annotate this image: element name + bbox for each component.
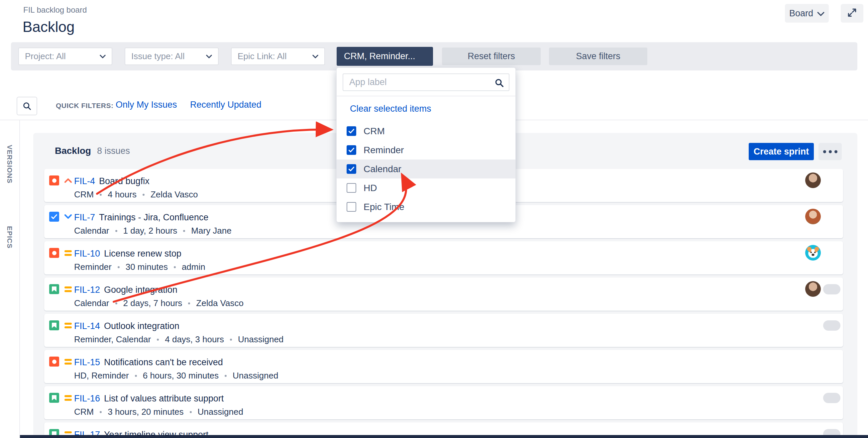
rail-tab-versions[interactable]: VERSIONS — [6, 145, 13, 184]
issue-key-link[interactable]: FIL-7 — [74, 212, 95, 222]
priority-medium-icon — [63, 356, 73, 367]
project-filter-value: Project: All — [25, 51, 66, 61]
clear-selected-items-link[interactable]: Clear selected items — [350, 104, 431, 114]
issue-card-fil-12[interactable]: FIL-12Google integration Calendar 2 days… — [44, 278, 843, 311]
checkbox-unchecked[interactable] — [347, 183, 356, 193]
option-label: Reminder — [364, 145, 404, 156]
priority-medium-icon — [63, 284, 73, 294]
issue-title: List of values attribute support — [104, 394, 224, 403]
assignee-avatar[interactable] — [805, 209, 821, 224]
issue-labels: Calendar — [74, 298, 109, 308]
left-rail: VERSIONS EPICS — [0, 120, 20, 438]
issue-assignee: Zelda Vasco — [196, 298, 244, 308]
app-label-search-input[interactable] — [343, 74, 509, 90]
issue-meta: Reminder, Calendar 4 days, 3 hours Unass… — [74, 334, 283, 345]
issue-title: Trainings - Jira, Confluence — [99, 212, 208, 222]
option-label: Epic Time — [364, 202, 404, 212]
issue-estimate: 4 hours — [108, 189, 136, 200]
filter-bar: Project: All Issue type: All Epic Link: … — [11, 42, 857, 70]
reset-filters-button[interactable]: Reset filters — [442, 48, 541, 65]
story-type-icon — [49, 320, 59, 330]
issue-title: Notifications can't be received — [104, 357, 223, 367]
issue-type-filter-select[interactable]: Issue type: All — [125, 48, 219, 65]
bug-type-icon — [49, 356, 59, 367]
ellipsis-icon — [829, 150, 832, 153]
backlog-issue-count: 8 issues — [97, 146, 130, 156]
issue-card-fil-15[interactable]: FIL-15Notifications can't be received HD… — [44, 350, 843, 383]
issue-key-link[interactable]: FIL-14 — [74, 321, 100, 331]
issue-card-fil-14[interactable]: FIL-14Outlook integration Reminder, Cale… — [44, 314, 843, 347]
issue-estimate: 6 hours, 30 minutes — [143, 371, 219, 381]
more-actions-button[interactable] — [818, 143, 842, 160]
issue-meta: Calendar 1 day, 2 hours Mary Jane — [74, 226, 231, 236]
option-crm[interactable]: CRM — [337, 122, 516, 140]
issue-meta: Calendar 2 days, 7 hours Zelda Vasco — [74, 298, 244, 308]
chevron-down-icon — [312, 55, 318, 59]
issue-labels: Calendar — [74, 226, 109, 236]
option-label: Calendar — [364, 164, 401, 175]
priority-medium-icon — [63, 393, 73, 403]
project-filter-select[interactable]: Project: All — [18, 48, 112, 65]
bug-type-icon — [49, 176, 59, 185]
quick-filter-recently-updated[interactable]: Recently Updated — [190, 100, 261, 110]
priority-high-icon — [63, 176, 73, 185]
rail-tab-epics[interactable]: EPICS — [6, 226, 13, 249]
issue-key-link[interactable]: FIL-15 — [74, 357, 100, 367]
board-view-switcher-button[interactable]: Board — [785, 4, 829, 23]
app-label-options: CRM Reminder Calendar HD Epic Time — [337, 122, 516, 216]
issue-estimate: 4 days, 3 hours — [165, 334, 224, 345]
issue-estimate: 3 hours, 20 minutes — [108, 407, 183, 417]
issue-key-link[interactable]: FIL-12 — [74, 285, 100, 295]
estimate-lozenge — [823, 320, 840, 331]
issue-estimate: 1 day, 2 hours — [123, 226, 178, 236]
save-filters-button[interactable]: Save filters — [549, 48, 647, 65]
app-label-search[interactable] — [343, 73, 509, 91]
option-calendar[interactable]: Calendar — [337, 159, 516, 179]
assignee-avatar[interactable] — [805, 281, 821, 297]
quick-filter-only-my-issues[interactable]: Only My Issues — [116, 100, 177, 110]
issue-meta: CRM 4 hours Zelda Vasco — [74, 189, 198, 200]
issue-meta: Reminder 30 minutes admin — [74, 262, 205, 272]
backlog-board-page: FIL backlog board Backlog Board Project:… — [0, 0, 868, 438]
issue-card-fil-10[interactable]: FIL-10License renew stop Reminder 30 min… — [44, 241, 843, 275]
issue-key-link[interactable]: FIL-10 — [74, 249, 100, 258]
priority-low-icon — [63, 212, 73, 222]
priority-medium-icon — [63, 320, 73, 330]
issue-key-link[interactable]: FIL-16 — [74, 394, 100, 403]
option-reminder[interactable]: Reminder — [337, 140, 516, 159]
option-epic-time[interactable]: Epic Time — [337, 197, 516, 216]
breadcrumb[interactable]: FIL backlog board — [23, 5, 87, 14]
checkbox-unchecked[interactable] — [347, 202, 356, 212]
checkbox-checked[interactable] — [347, 145, 356, 155]
issue-assignee: Unassigned — [238, 334, 283, 345]
option-label: CRM — [364, 126, 385, 136]
issue-labels: Reminder, Calendar — [74, 334, 151, 345]
checkbox-checked[interactable] — [347, 164, 356, 174]
estimate-lozenge — [823, 393, 840, 403]
page-title: Backlog — [23, 19, 75, 35]
story-type-icon — [49, 284, 59, 294]
issue-card-fil-16[interactable]: FIL-16List of values attribute support C… — [44, 386, 843, 419]
issue-title: License renew stop — [104, 249, 181, 258]
expand-button[interactable] — [841, 4, 863, 23]
create-sprint-button[interactable]: Create sprint — [749, 143, 814, 160]
backlog-section-title: Backlog — [55, 146, 91, 156]
expand-icon — [847, 7, 857, 19]
estimate-lozenge — [823, 284, 840, 294]
search-icon — [22, 101, 32, 111]
issue-labels: CRM — [74, 407, 94, 417]
assignee-avatar[interactable] — [805, 173, 821, 188]
board-search-button[interactable] — [17, 97, 37, 115]
epic-link-filter-select[interactable]: Epic Link: All — [231, 48, 325, 65]
row-checkbox-checked[interactable] — [49, 212, 59, 222]
dropdown-divider — [337, 96, 516, 96]
issue-key-link[interactable]: FIL-4 — [74, 176, 95, 186]
window-bottom-edge — [20, 435, 868, 438]
assignee-avatar-dog[interactable] — [805, 245, 821, 260]
app-label-filter-button[interactable]: CRM, Reminder... — [337, 47, 433, 66]
issue-meta: HD, Reminder 6 hours, 30 minutes Unassig… — [74, 371, 278, 381]
issue-labels: CRM — [74, 189, 94, 200]
checkbox-checked[interactable] — [347, 126, 356, 136]
issue-estimate: 2 days, 7 hours — [123, 298, 182, 308]
option-hd[interactable]: HD — [337, 179, 516, 197]
